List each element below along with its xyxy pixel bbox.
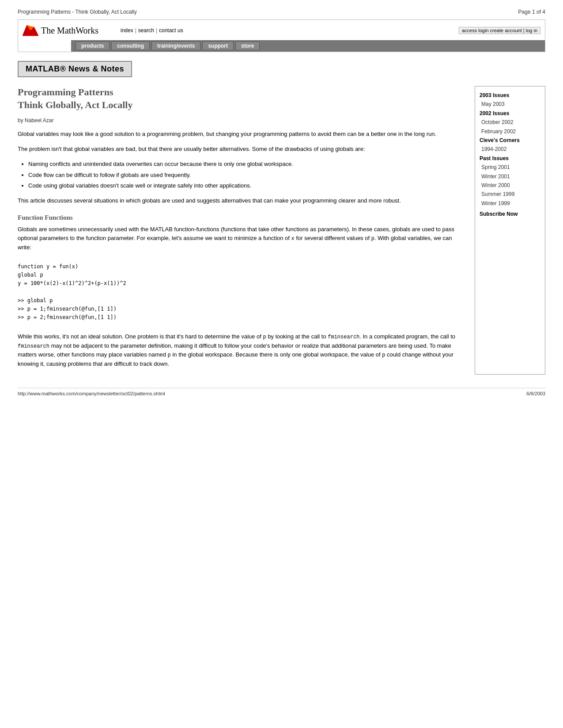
sidebar-spring2001[interactable]: Spring 2001 [480, 163, 540, 172]
article-title-line1: Programming Patterns [18, 86, 113, 98]
article-para2: The problem isn't that global variables … [18, 145, 466, 154]
sidebar-cleves-range[interactable]: 1994-2002 [480, 145, 540, 154]
section1-heading: Function Functions [18, 214, 466, 221]
sidebar-summer1999[interactable]: Summer 1999 [480, 190, 540, 199]
login-bar[interactable]: access login create account | log in [459, 27, 540, 34]
section1-para1: Globals are sometimes unnecessarily used… [18, 225, 466, 252]
sidebar: 2003 Issues May 2003 2002 Issues October… [475, 86, 545, 375]
site-header: The MathWorks index | search | contact u… [18, 19, 545, 52]
page-number: Page 1 of 4 [518, 9, 545, 15]
search-link[interactable]: search [138, 27, 154, 34]
nav-btn-store[interactable]: store [235, 41, 260, 50]
sidebar-may2003[interactable]: May 2003 [480, 100, 540, 109]
page-footer: http://www.mathworks.com/company/newslet… [18, 388, 545, 396]
nav-btn-support[interactable]: support [202, 41, 234, 50]
top-link-bar: index | search | contact us [121, 27, 450, 34]
sidebar-winter1999[interactable]: Winter 1999 [480, 199, 540, 208]
list-item: Code using global variables doesn't scal… [28, 181, 466, 190]
article-para1: Global variables may look like a good so… [18, 130, 466, 139]
article-title: Programming Patterns Think Globally, Act… [18, 86, 466, 111]
list-item: Naming conflicts and unintended data ove… [28, 160, 466, 169]
code-block-1: function y = fun(x) global p y = 100*(x(… [18, 258, 466, 326]
article-area: Programming Patterns Think Globally, Act… [18, 86, 466, 375]
footer-url: http://www.mathworks.com/company/newslet… [18, 391, 165, 396]
bullet-list: Naming conflicts and unintended data ove… [28, 160, 466, 190]
page-title-meta: Programming Patterns - Think Globally, A… [18, 9, 137, 15]
sidebar-cleves-label: Cleve's Corners [480, 136, 540, 145]
sidebar-oct2002[interactable]: October 2002 [480, 118, 540, 127]
list-item: Code flow can be difficult to follow if … [28, 171, 466, 180]
subscribe-now-link[interactable]: Subscribe Now [480, 210, 540, 218]
section1-para2: While this works, it's not an ideal solu… [18, 332, 466, 368]
nav-buttons-row: products consulting training/events supp… [71, 40, 545, 52]
matlab-banner: MATLAB® News & Notes [18, 61, 132, 77]
article-title-line2: Think Globally, Act Locally [18, 99, 132, 110]
contact-link[interactable]: contact us [159, 27, 183, 34]
article-para3: This article discusses several situation… [18, 196, 466, 205]
article-byline: by Nabeel Azar [18, 117, 466, 124]
sidebar-winter2000[interactable]: Winter 2000 [480, 181, 540, 190]
index-link[interactable]: index [121, 27, 133, 34]
main-content: Programming Patterns Think Globally, Act… [18, 86, 545, 375]
footer-date: 6/8/2003 [526, 391, 545, 396]
logo-area: The MathWorks [23, 23, 98, 38]
mathworks-logo-icon [23, 23, 38, 38]
sidebar-winter2001[interactable]: Winter 2001 [480, 172, 540, 181]
sidebar-feb2002[interactable]: February 2002 [480, 127, 540, 136]
nav-btn-training[interactable]: training/events [151, 41, 200, 50]
sidebar-year-2003: 2003 Issues [480, 91, 540, 100]
sidebar-past-label: Past Issues [480, 154, 540, 163]
logo-text: The MathWorks [41, 26, 98, 36]
sidebar-year-2002: 2002 Issues [480, 109, 540, 118]
nav-btn-products[interactable]: products [76, 41, 110, 50]
nav-btn-consulting[interactable]: consulting [111, 41, 150, 50]
